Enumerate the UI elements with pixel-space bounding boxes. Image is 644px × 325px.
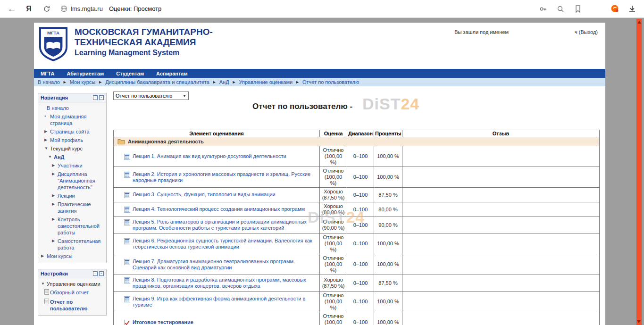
grade-feedback [402,146,600,167]
breadcrumb-separator: ► [232,80,236,84]
breadcrumb-item[interactable]: Управление оценками [239,79,293,85]
sidebar-link[interactable]: Моя домашняя страница [50,113,104,126]
sidebar-link[interactable]: Мои курсы [47,253,72,259]
tree-expand-icon[interactable]: ▶ [52,238,58,244]
logout-link[interactable]: ч (Выход) [575,29,598,35]
topnav-item[interactable]: Абитуриентам [67,71,104,76]
lesson-icon [124,296,130,302]
tab-title: Оценки: Просмотр [109,5,161,12]
bookmark-icon[interactable] [573,4,583,14]
grade-item-name[interactable]: Итоговое тестирование [133,319,193,325]
settings-tree: ▼Управление оценкамиОбзорный отчетОтчет … [38,278,106,315]
sidebar-item: ▶Мои курсы [38,252,106,260]
topnav-item[interactable]: МГТА [41,71,54,76]
tree-expand-icon[interactable]: ▶ [41,253,47,259]
block-dock-icon[interactable]: « [99,271,104,276]
login-info: Вы зашли под именемч (Выход) [454,29,598,35]
grade-word-percent: (100,00 %) [321,153,346,166]
scroll-down-icon[interactable] [637,320,641,323]
sidebar-link[interactable]: Обзорный отчет [50,289,89,296]
back-button[interactable]: ← [7,4,17,14]
tree-expand-icon[interactable]: ▶ [44,128,50,134]
grade-range: 0–100 [347,233,374,254]
grade-range: 0–100 [347,275,374,292]
sidebar-link[interactable]: Отчет по пользователю [50,299,104,312]
tree-expand-icon[interactable]: ▶ [52,216,58,222]
sidebar-link[interactable]: Мой профиль [50,137,83,143]
tree-collapse-icon[interactable]: ▼ [48,154,54,160]
navigation-tree: В начало▪Моя домашняя страница▶Страницы … [38,102,106,263]
grade-word: Отлично [321,313,346,319]
sidebar-link[interactable]: Контроль самостоятельной работы [58,216,104,236]
grade-item-name[interactable]: Лекция 1. Анимация как вид культурно-дос… [133,153,286,159]
sidebar-link[interactable]: Самостоятельная работа [58,238,104,251]
topnav-item[interactable]: Аспирантам [156,71,187,76]
tree-expand-icon[interactable]: ▶ [52,201,58,207]
scroll-up-icon[interactable] [637,21,641,24]
grade-item-name[interactable]: Лекция 2. История и хронология массовых … [133,171,318,183]
topnav-item[interactable]: Студентам [116,71,144,76]
sidebar-link[interactable]: Дисциплина "Анимационная деятельность" [58,171,104,191]
grade-value-cell: Отлично(100,00 %) [320,292,347,312]
sidebar-link[interactable]: АнД [54,154,64,160]
breadcrumb-item[interactable]: В начало [38,79,60,85]
svg-text:МГТА: МГТА [47,30,59,35]
breadcrumb-item[interactable]: Дисциплины бакалавриата и специалитета [105,79,209,85]
grade-item-name[interactable]: Лекция 6. Рекреационная сущность туристс… [133,238,318,250]
tree-expand-icon[interactable]: ▶ [52,192,58,199]
report-type-select[interactable]: Отчет по пользователю ▼ [113,92,189,100]
column-header: Оценка [320,130,347,137]
grade-item-name[interactable]: Лекция 8. Подготовка и разработка анимац… [133,277,318,289]
folder-icon [117,139,125,144]
grade-word: Отлично [321,168,346,174]
grade-item-name[interactable]: Лекция 3. Сущность, функция, типология и… [133,192,276,198]
tree-collapse-icon[interactable]: ▼ [44,145,50,151]
grade-percent: 100,00 % [374,167,402,188]
academy-title-line2: ТЕХНИЧЕСКАЯ АКАДЕМИЯ [75,37,213,48]
settings-block: Настройки –« ▼Управление оценкамиОбзорны… [38,269,107,316]
sidebar-link[interactable]: В начало [47,105,69,111]
tree-expand-icon[interactable]: ▶ [44,137,50,143]
browser-actions [538,4,637,14]
tree-expand-icon[interactable]: ▶ [52,162,58,168]
sidebar: Навигация –« В начало▪Моя домашняя стран… [38,93,107,321]
search-icon[interactable] [555,4,566,14]
sidebar-link[interactable]: Страницы сайта [50,128,90,135]
grade-item-name[interactable]: Лекция 7. Драматургия анимационно-театра… [133,258,318,271]
sidebar-link[interactable]: Участники [58,162,83,169]
block-dock-icon[interactable]: « [99,95,104,100]
grade-row: Лекция 4. Технологический процесс создан… [114,202,600,217]
grade-word-percent: (80,00 %) [321,209,346,216]
breadcrumb-separator: ► [63,80,67,84]
tree-expand-icon[interactable]: ▶ [52,171,58,177]
extension-notification-icon[interactable] [610,4,620,14]
column-header: Элемент оценивания [114,130,320,137]
yandex-browser-icon[interactable]: Я [24,4,34,14]
breadcrumb-separator: ► [295,80,300,84]
grade-item-name[interactable]: Лекция 4. Технологический процесс создан… [133,206,305,212]
sidebar-link[interactable]: Лекции [58,192,75,199]
academy-title: МОСКОВСКАЯ ГУМАНИТАРНО- ТЕХНИЧЕСКАЯ АКАД… [75,27,213,58]
breadcrumb-item[interactable]: Отчет по пользователю [302,79,359,85]
breadcrumb-item[interactable]: АнД [219,79,229,85]
grade-row: Лекция 9. Игра как эффективная форма ани… [114,292,600,312]
block-collapse-icon[interactable]: – [93,95,98,100]
grade-feedback [402,312,600,325]
url-text: lms.mgta.ru [71,5,103,12]
breadcrumb-item[interactable]: Мои курсы [70,79,95,85]
grade-value-cell: Отлично(100,00 %) [320,167,347,188]
mgta-logo: МГТА [39,26,68,62]
tree-collapse-icon[interactable]: ▼ [41,281,47,287]
refresh-button[interactable] [42,4,52,14]
block-collapse-icon[interactable]: – [93,271,98,276]
sidebar-item: ▶Практические занятия [38,200,106,215]
settings-block-header: Настройки –« [38,269,106,278]
grade-item-name[interactable]: Лекция 9. Игра как эффективная форма ани… [133,296,318,308]
column-header: Проценты [374,130,402,137]
sidebar-link[interactable]: Практические занятия [58,201,104,214]
grade-item-name[interactable]: Лекция 5. Роль аниматоров в организации … [133,219,318,231]
download-icon[interactable] [627,4,637,14]
scrollbar[interactable] [636,19,642,325]
address-bar[interactable]: lms.mgta.ru Оценки: Просмотр [60,5,161,12]
password-key-icon[interactable] [538,4,548,14]
